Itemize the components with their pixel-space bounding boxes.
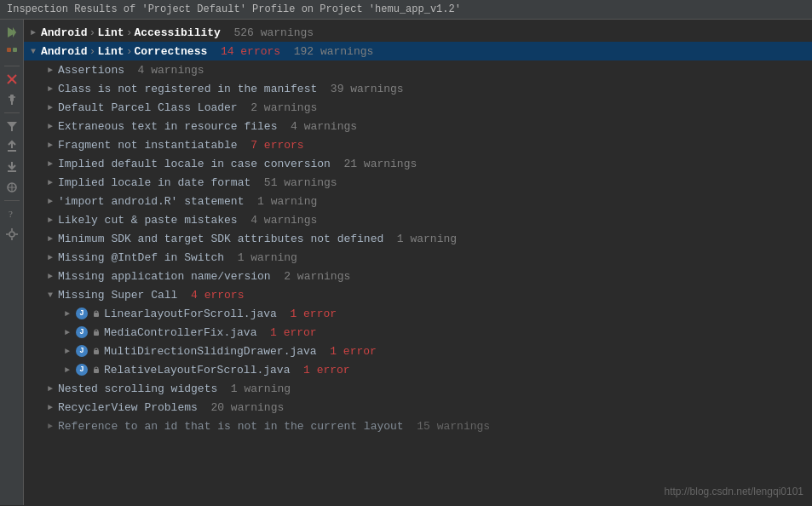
count-missing-app-name: 2 warnings — [271, 270, 351, 283]
java-file-icon-multidirection: J — [75, 344, 89, 358]
pin-button[interactable] — [3, 90, 21, 109]
label-default-parcel: Default Parcel Class Loader — [58, 101, 238, 114]
label-likely-cut: Likely cut & paste mistakes — [58, 214, 238, 227]
arrow-relativelayout: ► — [61, 364, 73, 376]
row-mediacontroller[interactable]: ► J MediaControllerFix.java 1 error — [24, 323, 812, 342]
row-import-android[interactable]: ► 'import android.R' statement 1 warning — [24, 192, 812, 210]
svg-marker-1 — [13, 27, 16, 37]
arrow-fragment: ► — [44, 139, 56, 151]
label-android-1: Android — [41, 26, 88, 39]
label-linearlayout: LinearlayoutForScroll.java — [104, 308, 277, 320]
svg-rect-26 — [95, 330, 98, 332]
label-implied-locale: Implied locale in date format — [58, 176, 251, 189]
label-multidirection: MultiDirectionSlidingDrawer.java — [104, 345, 317, 358]
label-mediacontroller: MediaControllerFix.java — [104, 326, 256, 339]
svg-point-18 — [9, 232, 14, 237]
export-button[interactable] — [3, 137, 21, 156]
label-correctness: Correctness — [134, 45, 207, 58]
title-bar: Inspection Results of 'Project Default' … — [0, 0, 812, 20]
count-correctness-warnings: 192 warnings — [280, 45, 373, 58]
count-multidirection: 1 error — [317, 345, 377, 358]
arrow-extraneous-text: ► — [44, 120, 56, 132]
row-android-correctness[interactable]: ▼ Android › Lint › Correctness 14 errors… — [24, 42, 812, 60]
row-linearlayout[interactable]: ► J LinearlayoutForScroll.java 1 error — [24, 304, 812, 323]
label-assertions: Assertions — [58, 64, 124, 77]
row-reference-to-id[interactable]: ► Reference to an id that is not in the … — [24, 417, 812, 435]
label-relativelayout: RelativeLayoutForScroll.java — [104, 364, 290, 377]
arrow-assertions: ► — [44, 64, 56, 76]
count-missing-intdef: 1 warning — [224, 251, 297, 264]
svg-rect-30 — [95, 367, 98, 370]
count-implied-default: 21 warnings — [331, 158, 417, 170]
row-likely-cut[interactable]: ► Likely cut & paste mistakes 4 warnings — [24, 210, 812, 229]
svg-rect-24 — [95, 311, 98, 313]
row-implied-default[interactable]: ► Implied default locale in case convers… — [24, 154, 812, 173]
label-missing-super: Missing Super Call — [58, 289, 177, 302]
label-reference-to-id: Reference to an id that is not in the cu… — [58, 420, 404, 433]
settings-button[interactable] — [3, 225, 21, 244]
row-multidirection[interactable]: ► J MultiDirectionSlidingDrawer.java 1 e… — [24, 342, 812, 360]
arrow-minimum-sdk: ► — [44, 233, 56, 244]
svg-marker-9 — [7, 122, 17, 131]
row-missing-app-name[interactable]: ► Missing application name/version 2 war… — [24, 267, 812, 285]
row-assertions[interactable]: ► Assertions 4 warnings — [24, 60, 812, 79]
title-text: Inspection Results of 'Project Default' … — [7, 3, 461, 15]
lock-overlay-linearlayout — [92, 309, 101, 318]
count-assertions: 4 warnings — [124, 64, 204, 77]
row-implied-locale[interactable]: ► Implied locale in date format 51 warni… — [24, 173, 812, 192]
count-fragment: 7 errors — [238, 139, 304, 152]
count-default-parcel: 2 warnings — [238, 101, 318, 114]
run-button[interactable] — [3, 23, 21, 42]
label-recyclerview: RecyclerView Problems — [58, 401, 198, 414]
arrow-reference-to-id: ► — [44, 420, 56, 432]
arrow-correctness: ▼ — [27, 45, 39, 57]
arrow-missing-intdef: ► — [44, 251, 56, 263]
row-default-parcel[interactable]: ► Default Parcel Class Loader 2 warnings — [24, 98, 812, 117]
svg-text:?: ? — [9, 209, 13, 219]
count-correctness-errors: 14 errors — [207, 45, 280, 58]
count-missing-super: 4 errors — [177, 289, 244, 302]
label-lint-2: Lint — [97, 45, 124, 58]
arrow-accessibility: ► — [27, 26, 39, 38]
java-file-icon-relativelayout: J — [75, 363, 89, 377]
help-button[interactable]: ? — [3, 204, 21, 223]
arrow-missing-super: ▼ — [44, 289, 56, 301]
java-file-icon-mediacontroller: J — [75, 325, 89, 339]
svg-rect-6 — [10, 95, 14, 101]
row-android-accessibility[interactable]: ► Android › Lint › Accessibility 526 war… — [24, 23, 812, 42]
arrow-multidirection: ► — [61, 345, 73, 357]
svg-rect-3 — [13, 48, 17, 52]
label-accessibility: Accessibility — [134, 26, 220, 39]
row-fragment[interactable]: ► Fragment not instantiatable 7 errors — [24, 135, 812, 154]
arrow-nested-scrolling: ► — [44, 382, 56, 394]
row-minimum-sdk[interactable]: ► Minimum SDK and target SDK attributes … — [24, 229, 812, 248]
group-button[interactable] — [3, 178, 21, 197]
label-minimum-sdk: Minimum SDK and target SDK attributes no… — [58, 233, 383, 245]
arrow-linearlayout: ► — [61, 308, 73, 319]
row-extraneous-text[interactable]: ► Extraneous text in resource files 4 wa… — [24, 117, 812, 135]
row-class-not-registered[interactable]: ► Class is not registered in the manifes… — [24, 79, 812, 98]
row-missing-intdef[interactable]: ► Missing @IntDef in Switch 1 warning — [24, 248, 812, 267]
label-missing-intdef: Missing @IntDef in Switch — [58, 251, 224, 264]
arrow-default-parcel: ► — [44, 101, 56, 113]
arrow-likely-cut: ► — [44, 214, 56, 226]
arrow-mediacontroller: ► — [61, 326, 73, 338]
rerun-button[interactable] — [3, 43, 21, 62]
row-nested-scrolling[interactable]: ► Nested scrolling widgets 1 warning — [24, 379, 812, 398]
svg-rect-2 — [7, 48, 11, 52]
count-nested-scrolling: 1 warning — [217, 382, 291, 395]
row-relativelayout[interactable]: ► J RelativeLayoutForScroll.java 1 error — [24, 360, 812, 379]
row-recyclerview[interactable]: ► RecyclerView Problems 20 warnings — [24, 398, 812, 417]
arrow-recyclerview: ► — [44, 401, 56, 413]
lock-overlay-relativelayout — [92, 365, 101, 374]
import-button[interactable] — [3, 158, 21, 176]
count-likely-cut: 4 warnings — [238, 214, 318, 227]
close-button[interactable] — [3, 70, 21, 89]
arrow-implied-default: ► — [44, 158, 56, 170]
label-extraneous-text: Extraneous text in resource files — [58, 120, 277, 133]
svg-rect-28 — [95, 348, 98, 351]
row-missing-super[interactable]: ▼ Missing Super Call 4 errors — [24, 285, 812, 304]
filter-button[interactable] — [3, 117, 21, 135]
count-relativelayout: 1 error — [290, 364, 349, 377]
count-mediacontroller: 1 error — [256, 326, 316, 339]
